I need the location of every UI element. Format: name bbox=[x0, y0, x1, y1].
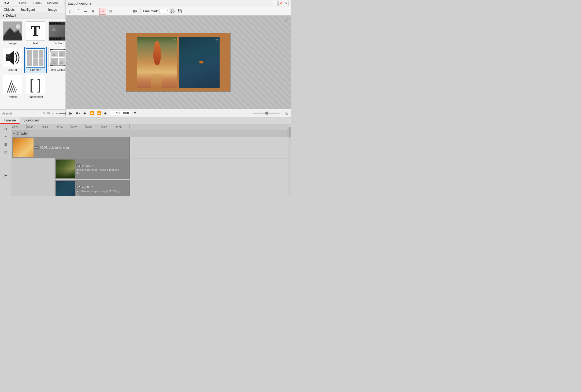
align-options[interactable]: ▦▾ bbox=[131, 8, 139, 15]
next-frame-button[interactable]: ⏩ bbox=[96, 110, 102, 116]
marker-tool[interactable]: ⚑ bbox=[132, 110, 138, 116]
play-button[interactable]: ▶ bbox=[68, 110, 74, 116]
fullscreen-icon[interactable]: ⊞ bbox=[285, 111, 288, 115]
tl-tool-select[interactable]: ⊕ bbox=[2, 125, 10, 132]
layout-title: Layout designer bbox=[68, 1, 273, 5]
time-spin-down[interactable]: ▼ bbox=[170, 11, 174, 14]
preview-toggle-icon[interactable]: 👁 bbox=[47, 111, 50, 115]
chapter-icon bbox=[26, 48, 45, 68]
clip-time: 00:07, bbox=[40, 146, 48, 149]
sub1-motion-icon: ↩ bbox=[82, 164, 85, 168]
placeholder-label: Placeholder bbox=[28, 95, 43, 98]
sub1-time: 00:07 bbox=[86, 164, 93, 167]
svg-marker-5 bbox=[6, 51, 14, 65]
preview-canvas: ✏ ✏ 🖊 bbox=[66, 16, 291, 109]
object-flexi-collage[interactable]: Flexi-Collage bbox=[47, 47, 65, 73]
tab-motions[interactable]: Motions bbox=[45, 0, 61, 6]
record-button[interactable]: ⏺▾ bbox=[75, 110, 81, 116]
favorites-icon[interactable]: ☆ bbox=[51, 111, 55, 115]
object-sound[interactable]: Sound bbox=[2, 47, 24, 73]
prev-frame-button[interactable]: ⏪ bbox=[89, 110, 95, 116]
path-tool[interactable]: ⌒ bbox=[75, 8, 82, 15]
sub-clip-2[interactable]: AB ↩ 00:07 pexels-mathias-pr-reding-5711… bbox=[55, 180, 130, 196]
sub-clip-2-track[interactable]: AB ↩ 00:07 pexels-mathias-pr-reding-5711… bbox=[12, 180, 288, 196]
tl-tool-transform[interactable]: ↔ bbox=[2, 164, 10, 171]
object-chapter[interactable]: Chapter bbox=[24, 47, 47, 73]
object-placeholder[interactable]: [ ] Placeholder bbox=[24, 74, 47, 100]
clear-search-icon[interactable]: ✕ bbox=[43, 111, 46, 115]
align-left-tool[interactable]: ⊣ bbox=[116, 8, 123, 15]
tab-objects[interactable]: Objects bbox=[0, 6, 18, 13]
video-label: Video bbox=[54, 42, 62, 45]
sub2-thumb bbox=[56, 181, 75, 196]
tab-fade-outs[interactable]: Fade-outs bbox=[31, 0, 45, 6]
tl-tool-cut[interactable]: ✂ bbox=[2, 133, 10, 140]
frame-tool[interactable]: ⊡ bbox=[107, 8, 114, 15]
text-label: Text bbox=[33, 42, 38, 45]
section-collapse-arrow: ▼ bbox=[2, 14, 5, 17]
preview-zoom-slider[interactable] bbox=[253, 113, 280, 114]
tl-tool-unlink[interactable]: ⊣ bbox=[2, 156, 10, 163]
clip-filename: golden light.jpg bbox=[49, 146, 69, 149]
maximize-button[interactable]: □ bbox=[273, 1, 278, 6]
main-clip[interactable]: AB 00:07, golden light.jpg bbox=[12, 137, 130, 158]
tab-intelligent-templates[interactable]: Intelligent templates bbox=[18, 6, 46, 13]
placeholder-icon: [ ] bbox=[26, 75, 45, 94]
tab-fade-ins[interactable]: Fade-ins bbox=[16, 0, 31, 6]
pin-button[interactable]: 📌 bbox=[278, 1, 283, 6]
close-window-button[interactable]: ✕ bbox=[284, 1, 288, 6]
main-clip-track[interactable]: AB 00:07, golden light.jpg bbox=[12, 137, 288, 158]
sub-clip-1[interactable]: AB ↩ 00:07 pexels-mathias-pr-reding-5483… bbox=[55, 158, 130, 179]
tl-tool-link[interactable]: ⊡ bbox=[2, 149, 10, 156]
align-right-tool[interactable]: ⊢ bbox=[124, 8, 131, 15]
zoom-out-icon[interactable]: − bbox=[249, 111, 251, 116]
curve-tool[interactable]: ↩ bbox=[99, 8, 106, 15]
zoom-in-icon[interactable]: + bbox=[281, 111, 283, 116]
chapter-collapse-minus[interactable]: − bbox=[13, 131, 15, 136]
object-particle[interactable]: Particle bbox=[2, 74, 24, 100]
chapter-track-label: Chapter bbox=[16, 132, 28, 135]
fast-forward-button[interactable]: ⏭ bbox=[103, 110, 109, 116]
tab-timeline[interactable]: Timeline bbox=[0, 117, 20, 124]
sub2-time: 00:07 bbox=[86, 186, 93, 189]
sub1-thumb bbox=[56, 160, 75, 178]
flexi-collage-label: Flexi-Collage bbox=[50, 68, 65, 71]
main-thumb bbox=[13, 138, 34, 157]
particle-label: Particle bbox=[8, 95, 18, 98]
select-tool[interactable]: ⬚ bbox=[67, 8, 74, 15]
chapter-track: − Chapter bbox=[12, 130, 288, 137]
grid-tool[interactable]: ⊞ bbox=[90, 8, 97, 15]
photo2-edit-icon[interactable]: ✏ bbox=[216, 38, 219, 42]
sub-clip-1-track[interactable]: AB ↩ 00:07 pexels-mathias-pr-reding-5483… bbox=[12, 158, 288, 180]
time-mark-input[interactable] bbox=[159, 9, 169, 13]
object-video[interactable]: Video bbox=[47, 20, 65, 46]
search-input[interactable] bbox=[2, 112, 42, 115]
clip-ab-icon: AB bbox=[35, 146, 39, 149]
text-icon: T bbox=[26, 21, 45, 41]
rect-tool[interactable]: ▬ bbox=[82, 8, 89, 15]
photo1-edit-icon[interactable]: ✏ bbox=[173, 38, 176, 42]
tl-tool-crop[interactable]: ⊢ bbox=[2, 172, 10, 179]
chapter-label: Chapter bbox=[30, 68, 40, 72]
photo-slot-1[interactable]: ✏ bbox=[137, 37, 177, 88]
sub1-ab-icon: AB bbox=[76, 164, 81, 167]
rewind-button[interactable]: ⏮ bbox=[82, 110, 88, 116]
tl-tool-paste[interactable]: ⊞ bbox=[2, 141, 10, 148]
time-spin-up[interactable]: ▲ bbox=[170, 9, 174, 11]
section-default[interactable]: ▼ Default bbox=[0, 13, 65, 19]
tab-image-effects[interactable]: Image effects bbox=[46, 6, 65, 13]
tab-text-effects[interactable]: Text effects bbox=[0, 0, 16, 6]
sound-icon bbox=[3, 48, 22, 67]
time-mark-label: Time mark: bbox=[143, 9, 159, 13]
sub1-filename: pexels-mathias-pr-reding-5483831.jpg bbox=[76, 168, 119, 174]
photo-slot-2[interactable]: ✏ bbox=[179, 37, 220, 88]
object-image[interactable]: ★ Image bbox=[2, 20, 24, 46]
minus-zoom-icon[interactable]: − bbox=[56, 111, 58, 116]
save-layout-button[interactable]: 💾 bbox=[176, 8, 183, 15]
canvas-pen-tool[interactable]: 🖊 bbox=[284, 18, 288, 23]
sub2-filename: pexels-mathias-pr-reding-5711193.jpg bbox=[76, 190, 119, 196]
section-label: Default bbox=[6, 14, 16, 17]
tab-storyboard[interactable]: Storyboard bbox=[20, 117, 43, 124]
image-label: Image bbox=[9, 42, 17, 45]
object-text[interactable]: T Text bbox=[24, 20, 47, 46]
